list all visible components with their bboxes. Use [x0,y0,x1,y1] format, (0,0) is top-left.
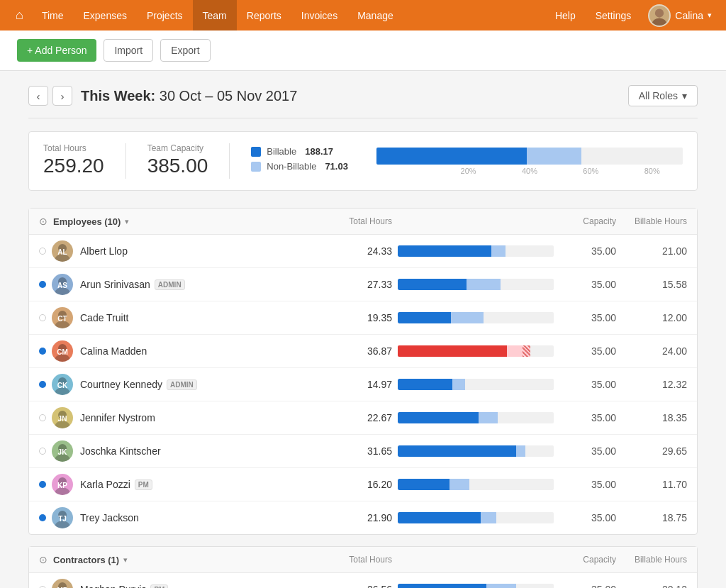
emp-billable-hours: 18.35 [616,412,687,423]
prev-week-button[interactable]: ‹ [28,86,48,106]
emp-billable-hours: 24.00 [616,345,687,357]
svg-text:KP: KP [57,482,67,489]
user-name: Calina [675,10,703,21]
emp-name: Trey Jackson [80,512,321,523]
employees-section-header[interactable]: ⊙ Employees (10) ▾ Total Hours Capacity … [29,209,697,235]
user-menu[interactable]: Calina ▾ [641,4,719,27]
emp-name: Albert Llop [80,245,321,257]
week-title: This Week: 30 Oct – 05 Nov 2017 [81,88,297,104]
team-capacity-value: 385.00 [147,155,208,177]
tick-20: 20% [461,167,476,175]
contractors-section-title: Contractors (1) [53,555,119,565]
emp-name: Arun SrinivasanADMIN [80,279,321,290]
nav-projects[interactable]: Projects [137,0,193,30]
chart-bar-billable [376,148,527,165]
emp-hours: 22.67 [321,412,392,423]
emp-capacity: 35.00 [559,512,616,523]
all-roles-button[interactable]: All Roles ▾ [628,85,698,106]
emp-capacity: 35.00 [559,412,616,423]
progress-bar [398,479,554,490]
employees-section-title: Employees (10) [53,216,121,227]
svg-point-0 [655,9,664,17]
nonbillable-legend-value: 71.03 [325,161,348,172]
progress-bar [398,312,554,323]
contractors-rows: MP Meghan PurvisPM 26.56 35.00 20.12 [29,573,697,588]
emp-capacity: 35.00 [559,279,616,290]
main-content: ‹ › This Week: 30 Oct – 05 Nov 2017 All … [0,71,726,588]
col-billable-hours-header-c: Billable Hours [616,555,687,565]
offline-dot [39,314,46,321]
emp-hours: 21.90 [321,512,392,523]
clock-icon: ⊙ [39,216,48,227]
employee-row[interactable]: CM Calina Madden 36.87 35.00 24.00 [29,335,697,368]
svg-text:AL: AL [57,248,67,256]
progress-bar [398,584,554,588]
svg-text:JN: JN [58,415,67,423]
emp-hours: 26.56 [321,584,392,588]
employee-row[interactable]: JN Jennifer Nystrom 22.67 35.00 18.35 [29,401,697,435]
emp-hours: 24.33 [321,245,392,257]
employees-section-chevron: ▾ [125,217,129,226]
next-week-button[interactable]: › [52,86,72,106]
emp-billable-hours: 18.75 [616,512,687,523]
nav-manage[interactable]: Manage [347,0,403,30]
progress-bar [398,512,554,523]
emp-name: Karla PozziPM [80,479,321,490]
total-hours-value: 259.20 [43,155,104,177]
emp-avatar: JK [52,440,73,462]
role-badge: PM [135,479,152,490]
col-billable-hours-header: Billable Hours [616,216,687,226]
chart-bar-nonbillable [527,148,582,165]
employee-row[interactable]: KP Karla PozziPM 16.20 35.00 11.70 [29,468,697,501]
nonbillable-legend-color [251,162,261,172]
emp-avatar: TJ [52,507,73,528]
employee-row[interactable]: AL Albert Llop 24.33 35.00 21.00 [29,235,697,268]
home-nav-item[interactable]: ⌂ [7,0,32,30]
employee-row[interactable]: JK Joschka Kintscher 31.65 35.00 29.65 [29,435,697,468]
role-badge: ADMIN [167,379,197,390]
nav-invoices[interactable]: Invoices [291,0,347,30]
clock-icon-2: ⊙ [39,554,48,565]
employee-row[interactable]: CK Courtney KennedyADMIN 14.97 35.00 12.… [29,368,697,401]
emp-avatar: CM [52,340,73,362]
emp-name: Calina Madden [80,345,321,357]
billable-legend-value: 188.17 [305,146,333,157]
nav-expenses[interactable]: Expenses [73,0,136,30]
emp-name: Cade Truitt [80,312,321,323]
nav-reports[interactable]: Reports [237,0,291,30]
emp-billable-hours: 21.00 [616,245,687,257]
emp-hours: 27.33 [321,279,392,290]
progress-bar [398,279,554,290]
billable-legend-label: Billable [267,146,296,157]
emp-billable-hours: 11.70 [616,479,687,490]
nav-team[interactable]: Team [193,0,237,30]
online-dot [39,281,46,288]
add-person-button[interactable]: + Add Person [17,39,96,62]
emp-capacity: 35.00 [559,345,616,357]
team-capacity-label: Team Capacity [147,143,208,153]
emp-billable-hours: 20.12 [616,584,687,588]
avatar [648,4,671,27]
contractors-section-header[interactable]: ⊙ Contractors (1) ▾ Total Hours Capacity… [29,547,697,573]
contractors-section: ⊙ Contractors (1) ▾ Total Hours Capacity… [28,546,698,588]
svg-text:CM: CM [57,348,68,356]
import-button[interactable]: Import [104,39,153,62]
employee-row[interactable]: MP Meghan PurvisPM 26.56 35.00 20.12 [29,573,697,588]
week-header: ‹ › This Week: 30 Oct – 05 Nov 2017 All … [28,85,698,118]
nav-settings[interactable]: Settings [586,0,642,30]
progress-bar [398,445,554,457]
employee-row[interactable]: AS Arun SrinivasanADMIN 27.33 35.00 15.5… [29,268,697,301]
nav-time[interactable]: Time [32,0,74,30]
employee-row[interactable]: TJ Trey Jackson 21.90 35.00 18.75 [29,501,697,534]
offline-dot [39,248,46,255]
emp-avatar: CK [52,374,73,395]
export-button[interactable]: Export [160,39,210,62]
emp-name: Meghan PurvisPM [80,584,321,588]
nav-help[interactable]: Help [545,0,586,30]
emp-name: Joschka Kintscher [80,445,321,457]
emp-name: Jennifer Nystrom [80,412,321,423]
svg-text:AS: AS [57,282,67,289]
employee-row[interactable]: CT Cade Truitt 19.35 35.00 12.00 [29,301,697,335]
user-chevron: ▾ [708,11,712,20]
role-badge: ADMIN [155,279,185,290]
